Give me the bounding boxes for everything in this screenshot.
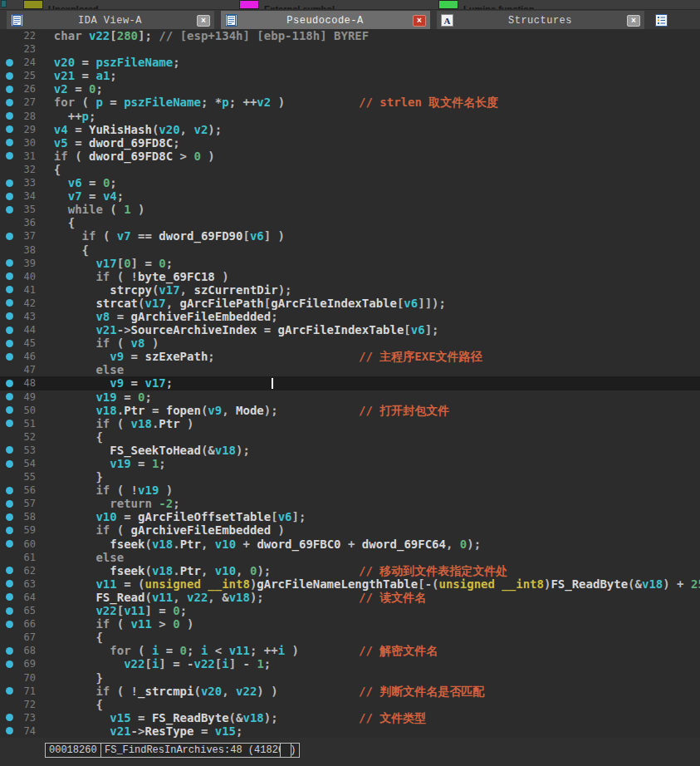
code-line[interactable]: 25 v21 = a1; [0, 69, 700, 82]
gutter[interactable]: 52 [0, 430, 40, 444]
code-line[interactable]: 54 v19 = 1; [0, 457, 700, 470]
gutter[interactable]: 28 [0, 110, 40, 123]
breakpoint-dot[interactable] [6, 446, 13, 454]
gutter[interactable]: 59 [0, 523, 40, 537]
code-line[interactable]: 65 v22[v11] = 0; [0, 604, 700, 617]
breakpoint-dot[interactable] [6, 621, 13, 628]
close-icon[interactable]: × [197, 15, 210, 27]
breakpoint-dot[interactable] [6, 687, 13, 695]
breakpoint-dot[interactable] [6, 327, 13, 334]
code-line[interactable]: 29 v4 = YuRisHash(v20, v2); [0, 123, 700, 136]
gutter[interactable]: 67 [0, 631, 40, 644]
gutter[interactable]: 60 [0, 538, 40, 551]
code-line[interactable]: 55 } [0, 470, 700, 484]
code-line[interactable]: 28 ++p; [0, 110, 700, 123]
breakpoint-dot[interactable] [6, 487, 13, 494]
breakpoint-dot[interactable] [6, 500, 13, 508]
gutter[interactable]: 39 [0, 257, 40, 270]
code-line[interactable]: 43 v8 = gArchiveFileEmbedded; [0, 310, 700, 323]
code-line[interactable]: 41 strcpy(v17, szCurrentDir); [0, 283, 700, 297]
gutter[interactable]: 34 [0, 189, 40, 203]
gutter[interactable]: 46 [0, 350, 40, 363]
breakpoint-dot[interactable] [6, 59, 13, 66]
code-line[interactable]: 47 else [0, 363, 700, 376]
gutter[interactable]: 55 [0, 470, 40, 484]
breakpoint-dot[interactable] [6, 727, 13, 734]
breakpoint-dot[interactable] [6, 139, 13, 146]
breakpoint-dot[interactable] [6, 647, 13, 655]
code-line[interactable]: 35 while ( 1 ) [0, 203, 700, 216]
gutter[interactable]: 51 [0, 417, 40, 430]
code-line[interactable]: 60 fseek(v18.Ptr, v10 + dword_69FBC0 + d… [0, 538, 700, 551]
gutter[interactable]: 37 [0, 229, 40, 243]
code-line[interactable]: 46 v9 = szExePath;// 主程序EXE文件路径 [0, 350, 700, 363]
code-line[interactable]: 52 { [0, 430, 700, 444]
gutter[interactable]: 74 [0, 724, 40, 738]
breakpoint-dot[interactable] [6, 286, 13, 293]
breakpoint-dot[interactable] [6, 179, 13, 187]
gutter[interactable]: 66 [0, 617, 40, 631]
code-line[interactable]: 57 return -2; [0, 497, 700, 510]
code-line[interactable]: 59 if ( gArchiveFileEmbedded ) [0, 523, 700, 537]
gutter[interactable]: 71 [0, 685, 40, 698]
gutter[interactable]: 57 [0, 497, 40, 510]
tab-pseudocode-a[interactable]: Pseudocode-A × [221, 11, 430, 30]
code-line[interactable]: 73 v15 = FS_ReadByte(&v18);// 文件类型 [0, 711, 700, 724]
gutter[interactable]: 27 [0, 96, 40, 109]
breakpoint-dot[interactable] [6, 206, 13, 214]
gutter[interactable]: 45 [0, 336, 40, 350]
code-line[interactable]: 64 FS_Read(v11, v22, &v18);// 读文件名 [0, 591, 700, 604]
gutter[interactable]: 22 [0, 29, 40, 42]
breakpoint-dot[interactable] [6, 380, 13, 387]
gutter[interactable]: 35 [0, 203, 40, 216]
code-line[interactable]: 70 } [0, 671, 700, 685]
code-line[interactable]: 74 v21->ResType = v15; [0, 724, 700, 738]
code-line[interactable]: 31 if ( dword_69FD8C > 0 ) [0, 150, 700, 163]
gutter[interactable]: 47 [0, 363, 40, 376]
pseudocode-view[interactable]: 22 char v22[280]; // [esp+134h] [ebp-118… [0, 29, 700, 738]
code-line[interactable]: 24 v20 = pszFileName; [0, 56, 700, 69]
breakpoint-dot[interactable] [6, 593, 13, 601]
gutter[interactable]: 53 [0, 444, 40, 457]
code-line[interactable]: 34 v7 = v4; [0, 189, 700, 203]
breakpoint-dot[interactable] [6, 152, 13, 160]
code-line[interactable]: 37 if ( v7 == dword_69FD90[v6] ) [0, 229, 700, 243]
breakpoint-dot[interactable] [6, 72, 13, 80]
breakpoint-dot[interactable] [6, 660, 13, 668]
code-line[interactable]: 22 char v22[280]; // [esp+134h] [ebp-118… [0, 29, 700, 42]
code-line[interactable]: 66 if ( v11 > 0 ) [0, 617, 700, 631]
code-line[interactable]: 38 { [0, 243, 700, 257]
breakpoint-dot[interactable] [6, 513, 13, 521]
code-line[interactable]: 62 fseek(v18.Ptr, v10, 0);// 移动到文件表指定文件处 [0, 564, 700, 577]
code-line[interactable]: 33 v6 = 0; [0, 176, 700, 189]
gutter[interactable]: 24 [0, 56, 40, 69]
breakpoint-dot[interactable] [6, 714, 13, 721]
gutter[interactable]: 23 [0, 42, 40, 56]
breakpoint-dot[interactable] [6, 406, 13, 414]
code-line[interactable]: 51 if ( v18.Ptr ) [0, 417, 700, 430]
code-line[interactable]: 27 for ( p = pszFileName; *p; ++v2 )// s… [0, 96, 700, 109]
breakpoint-dot[interactable] [6, 353, 13, 361]
gutter[interactable]: 68 [0, 644, 40, 657]
gutter[interactable]: 41 [0, 283, 40, 297]
gutter[interactable]: 64 [0, 591, 40, 604]
code-line[interactable]: 40 if ( !byte_69FC18 ) [0, 270, 700, 283]
breakpoint-dot[interactable] [6, 527, 13, 534]
breakpoint-dot[interactable] [6, 420, 13, 427]
breakpoint-dot[interactable] [6, 299, 13, 307]
code-line[interactable]: 61 else [0, 551, 700, 564]
breakpoint-dot[interactable] [6, 460, 13, 468]
code-line[interactable]: 44 v21->SourceArchiveIndex = gArcFileInd… [0, 323, 700, 336]
gutter[interactable]: 32 [0, 163, 40, 176]
gutter[interactable]: 62 [0, 564, 40, 577]
gutter[interactable]: 29 [0, 123, 40, 136]
gutter[interactable]: 25 [0, 69, 40, 82]
gutter[interactable]: 26 [0, 82, 40, 96]
gutter[interactable]: 56 [0, 484, 40, 497]
code-line[interactable]: 63 v11 = (unsigned __int8)gArcFileNameLe… [0, 577, 700, 591]
gutter[interactable]: 69 [0, 657, 40, 670]
breakpoint-dot[interactable] [6, 580, 13, 587]
gutter[interactable]: 30 [0, 136, 40, 150]
code-line[interactable]: 36 { [0, 216, 700, 229]
tab-structures[interactable]: A Structures × [437, 11, 644, 30]
